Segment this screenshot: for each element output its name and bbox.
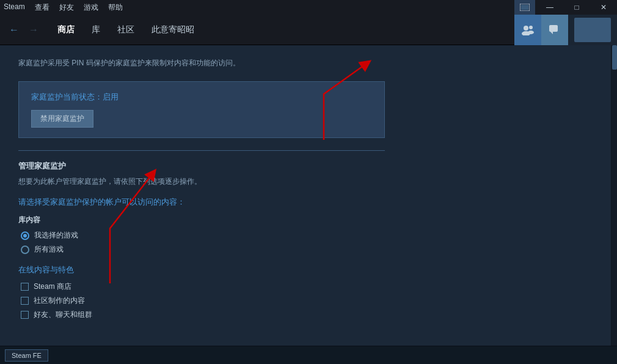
content-area: 家庭监护采用受 PIN 码保护的家庭监护来限制对内容和功能的访问。 家庭监护当前… bbox=[0, 45, 611, 364]
radio-selected-games[interactable]: 我选择的游戏 bbox=[21, 230, 593, 241]
checkbox-store[interactable]: Steam 商店 bbox=[21, 282, 593, 292]
tab-store[interactable]: 商店 bbox=[50, 21, 82, 39]
svg-point-2 bbox=[524, 26, 528, 31]
chat-button[interactable] bbox=[541, 15, 568, 45]
nav-arrows: ← → bbox=[6, 23, 42, 37]
checkbox-label-community: 社区制作的内容 bbox=[34, 296, 85, 306]
tab-community[interactable]: 社区 bbox=[110, 21, 142, 39]
svg-rect-6 bbox=[549, 25, 558, 32]
radio-circle-selected bbox=[21, 231, 29, 240]
svg-point-4 bbox=[529, 26, 533, 29]
user-avatar-area[interactable] bbox=[568, 15, 617, 45]
radio-label-selected: 我选择的游戏 bbox=[34, 230, 78, 241]
section-divider bbox=[18, 150, 385, 151]
menu-view[interactable]: 查看 bbox=[35, 2, 49, 13]
menu-steam[interactable]: Steam bbox=[4, 2, 25, 13]
status-label: 家庭监护当前状态： bbox=[31, 92, 103, 101]
back-button[interactable]: ← bbox=[6, 23, 22, 37]
manage-title: 管理家庭监护 bbox=[18, 161, 593, 172]
titlebar-menu: Steam 查看 好友 游戏 帮助 bbox=[4, 2, 123, 13]
scrollbar-track[interactable] bbox=[611, 45, 617, 364]
menu-friends[interactable]: 好友 bbox=[59, 2, 74, 13]
forward-button[interactable]: → bbox=[26, 23, 42, 37]
radio-dot bbox=[23, 234, 27, 238]
library-title: 库内容 bbox=[18, 215, 593, 225]
status-line: 家庭监护当前状态：启用 bbox=[31, 92, 372, 103]
online-section-title: 在线内容与特色 bbox=[18, 264, 593, 275]
checkbox-box-friends bbox=[21, 311, 29, 319]
description-text: 家庭监护采用受 PIN 码保护的家庭监护来限制对内容和功能的访问。 bbox=[18, 57, 593, 69]
scrollbar-thumb[interactable] bbox=[612, 45, 617, 70]
manage-desc: 想要为此帐户管理家庭监护，请依照下列选项逐步操作。 bbox=[18, 177, 593, 187]
svg-point-5 bbox=[528, 31, 534, 34]
radio-circle-all bbox=[21, 246, 29, 254]
screenshot-icon[interactable] bbox=[514, 0, 535, 15]
avatar bbox=[574, 18, 611, 42]
svg-rect-1 bbox=[521, 5, 528, 10]
menu-help[interactable]: 帮助 bbox=[108, 2, 123, 13]
navbar: ← → 商店 库 社区 此意寄昭昭 bbox=[0, 15, 617, 45]
minimize-button[interactable]: — bbox=[536, 0, 563, 15]
header-right bbox=[514, 15, 617, 45]
nav-tabs: 商店 库 社区 此意寄昭昭 bbox=[50, 21, 202, 39]
taskbar-steam[interactable]: Steam FE bbox=[5, 349, 48, 362]
menu-games[interactable]: 游戏 bbox=[84, 2, 98, 13]
status-box: 家庭监护当前状态：启用 禁用家庭监护 bbox=[18, 81, 385, 138]
taskbar: Steam FE bbox=[0, 346, 617, 364]
question-text: 请选择受家庭监护保护的帐户可以访问的内容： bbox=[18, 197, 593, 208]
titlebar-controls: — □ ✕ bbox=[514, 0, 617, 15]
checkbox-box-community bbox=[21, 297, 29, 305]
tab-username[interactable]: 此意寄昭昭 bbox=[144, 21, 202, 39]
checkbox-label-store: Steam 商店 bbox=[34, 282, 71, 292]
status-value: 启用 bbox=[103, 92, 119, 101]
tab-library[interactable]: 库 bbox=[84, 21, 108, 39]
maximize-button[interactable]: □ bbox=[563, 0, 590, 15]
checkbox-label-friends: 好友、聊天和组群 bbox=[34, 310, 92, 320]
radio-all-games[interactable]: 所有游戏 bbox=[21, 244, 593, 255]
main-container: 家庭监护采用受 PIN 码保护的家庭监护来限制对内容和功能的访问。 家庭监护当前… bbox=[0, 45, 617, 364]
disable-button[interactable]: 禁用家庭监护 bbox=[31, 110, 93, 128]
svg-marker-7 bbox=[550, 32, 553, 34]
checkbox-group: Steam 商店 社区制作的内容 好友、聊天和组群 bbox=[21, 282, 593, 320]
friends-button[interactable] bbox=[514, 15, 541, 45]
radio-group: 我选择的游戏 所有游戏 bbox=[21, 230, 593, 255]
checkbox-community[interactable]: 社区制作的内容 bbox=[21, 296, 593, 306]
checkbox-friends[interactable]: 好友、聊天和组群 bbox=[21, 310, 593, 320]
titlebar: Steam 查看 好友 游戏 帮助 — □ ✕ bbox=[0, 0, 617, 15]
checkbox-box-store bbox=[21, 283, 29, 291]
close-button[interactable]: ✕ bbox=[590, 0, 617, 15]
radio-label-all: 所有游戏 bbox=[34, 244, 64, 255]
